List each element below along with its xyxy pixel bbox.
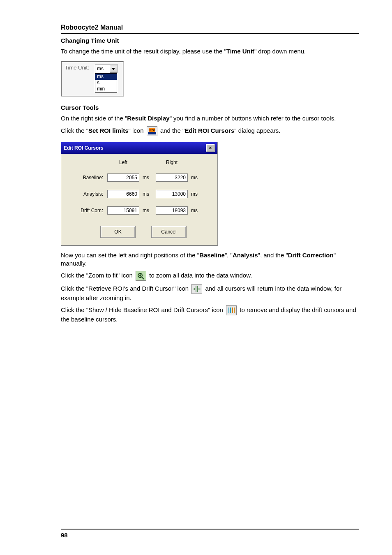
option-ms[interactable]: ms	[95, 74, 117, 80]
option-s[interactable]: s	[95, 80, 117, 86]
svg-line-4	[142, 277, 144, 279]
cancel-button[interactable]: Cancel	[152, 226, 186, 238]
svg-rect-0	[148, 132, 156, 134]
set-roi-limits-term: Set ROI limits	[88, 127, 129, 134]
edit-roi-cursors-term: Edit ROI Cursors	[184, 127, 234, 134]
top-rule	[61, 33, 359, 34]
text: Click the "Zoom to fit" icon	[61, 272, 134, 279]
ok-button[interactable]: OK	[101, 226, 135, 238]
driftcorr-right-input[interactable]: 18093	[156, 206, 188, 215]
text: " icon	[129, 127, 145, 134]
figure-edit-roi-dialog: Edit ROI Cursors × Left Right Baseline: …	[61, 142, 359, 245]
row-analysis-label: Anaylsis:	[68, 191, 105, 197]
section-changing-time-unit: Changing Time Unit	[61, 37, 359, 44]
text: Click the "Show / Hide Baseline ROI and …	[61, 306, 225, 313]
time-unit-term: Time Unit	[226, 48, 254, 55]
set-roi-limits-icon[interactable]: ROI	[147, 126, 157, 136]
result-display-term: Result Display	[127, 115, 169, 122]
time-unit-panel: Time Unit: ms ms s min	[61, 61, 124, 97]
dialog-titlebar: Edit ROI Cursors ×	[61, 142, 217, 154]
text: ", and the "	[258, 252, 288, 259]
bottom-rule	[61, 529, 359, 530]
svg-text:ROI: ROI	[150, 129, 155, 132]
manual-title: Roboocyte2 Manual	[61, 24, 359, 31]
text: " you find a number of buttons which ref…	[170, 115, 336, 122]
chevron-down-icon	[112, 68, 115, 70]
time-unit-selected: ms	[95, 65, 109, 72]
driftcorr-left-input[interactable]: 15091	[107, 206, 139, 215]
analysis-right-input[interactable]: 13000	[156, 190, 188, 198]
text: Click the "	[61, 127, 88, 134]
section-cursor-tools: Cursor Tools	[61, 104, 359, 111]
text: " dialog appears.	[234, 127, 280, 134]
header-right: Right	[156, 160, 188, 165]
option-min[interactable]: min	[95, 86, 117, 92]
zoom-to-fit-icon[interactable]	[136, 271, 146, 281]
dialog-title: Edit ROI Cursors	[64, 145, 206, 151]
unit: ms	[142, 208, 153, 213]
text: To change the time unit of the result di…	[61, 48, 226, 55]
analysis-term: Analysis	[233, 252, 258, 259]
para-result-display: On the right side of the "Result Display…	[61, 114, 359, 123]
close-icon: ×	[209, 146, 212, 150]
baseline-right-input[interactable]: 3220	[156, 173, 188, 182]
text: and the "	[160, 127, 185, 134]
unit: ms	[142, 175, 153, 180]
baseline-left-input[interactable]: 2055	[107, 173, 139, 182]
close-button[interactable]: ×	[206, 144, 215, 152]
header-left: Left	[107, 160, 139, 165]
row-driftcorr-label: Drift Corr.:	[68, 208, 105, 213]
para-time-unit: To change the time unit of the result di…	[61, 47, 359, 56]
text: " drop down menu.	[254, 48, 306, 55]
unit: ms	[190, 175, 202, 180]
time-unit-options[interactable]: ms s min	[95, 73, 117, 92]
para-manual-positions: Now you can set the left and right posit…	[61, 251, 359, 268]
baseline-term: Baseline	[199, 252, 225, 259]
dropdown-button[interactable]	[110, 65, 117, 73]
retrieve-roi-cursor-icon[interactable]	[191, 284, 202, 294]
time-unit-label: Time Unit:	[62, 62, 93, 73]
text: Now you can set the left and right posit…	[61, 252, 199, 259]
text: ", "	[225, 252, 233, 259]
para-retrieve-roi: Click the "Retrieve ROI's and Drift Curs…	[61, 284, 359, 302]
dialog-body: Left Right Baseline: 2055 ms 3220 ms Ana…	[61, 154, 217, 245]
drift-correction-term: Drift Correction	[288, 252, 334, 259]
unit: ms	[190, 191, 202, 197]
text: Click the "Retrieve ROI's and Drift Curs…	[61, 285, 190, 292]
time-unit-select[interactable]: ms	[95, 65, 118, 73]
show-hide-cursors-icon[interactable]	[226, 305, 237, 315]
unit: ms	[142, 191, 153, 197]
text: On the right side of the "	[61, 115, 127, 122]
para-show-hide-cursors: Click the "Show / Hide Baseline ROI and …	[61, 305, 359, 324]
edit-roi-cursors-dialog: Edit ROI Cursors × Left Right Baseline: …	[61, 142, 218, 245]
text: to zoom all data into the data window.	[149, 272, 252, 279]
unit: ms	[190, 208, 202, 213]
row-baseline-label: Baseline:	[68, 175, 105, 180]
figure-time-unit: Time Unit: ms ms s min	[61, 61, 359, 97]
analysis-left-input[interactable]: 6660	[107, 190, 139, 198]
page-number: 98	[61, 532, 68, 539]
para-set-roi: Click the "Set ROI limits" icon ROI and …	[61, 126, 359, 136]
para-zoom-to-fit: Click the "Zoom to fit" icon to zoom all…	[61, 271, 359, 281]
